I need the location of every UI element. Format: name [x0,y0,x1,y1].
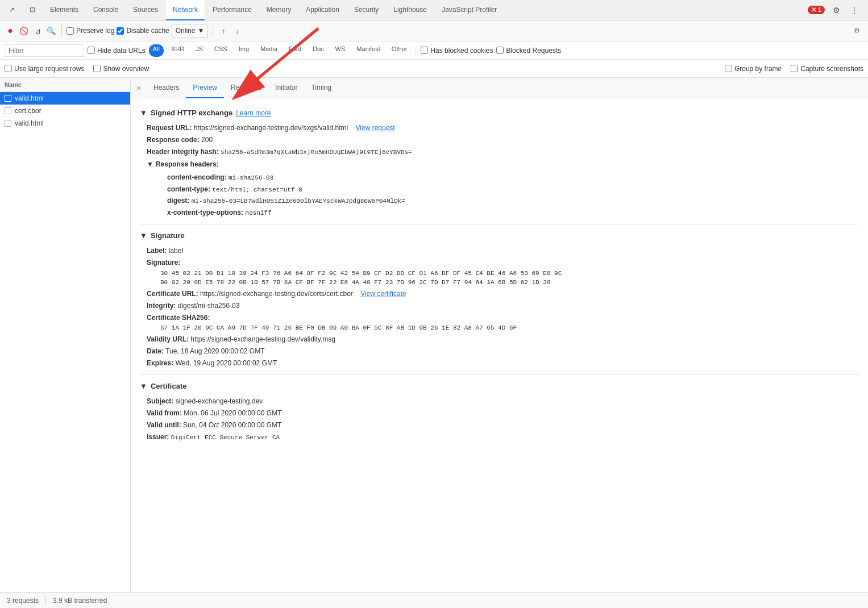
tab-network[interactable]: Network [166,0,205,20]
filter-btn-font[interactable]: Font [285,44,305,57]
file-checkbox-3[interactable] [5,120,11,127]
disable-cache-checkbox[interactable]: Disable cache [117,27,169,35]
section-divider-1 [140,224,859,224]
subtab-headers[interactable]: Headers [147,78,186,98]
file-checkbox-1[interactable] [5,95,11,102]
error-badge: ✕ 1 [808,6,825,14]
options-left: Use large request rows Show overview [5,65,149,73]
options-right: Group by frame Capture screenshots [725,65,863,73]
section-divider-2 [140,374,859,375]
cert-issuer-row: Issuer: DigiCert ECC Secure Server CA [140,432,859,443]
tab-security[interactable]: Security [347,0,385,20]
record-button[interactable]: ● [5,25,16,36]
tab-console[interactable]: Console [86,0,125,20]
filter-btn-media[interactable]: Media [256,44,281,57]
file-item-valid-html-2[interactable]: valid.html [0,117,130,130]
blocked-requests-checkbox[interactable]: Blocked Requests [496,47,561,55]
filter-btn-img[interactable]: Img [235,44,253,57]
network-settings-button[interactable]: ⚙ [850,24,863,38]
file-item-cert-cbor[interactable]: cert.cbor [0,105,130,117]
certificate-title: ▼ Certificate [140,381,859,393]
response-code-row: Response code: 200 [140,135,859,145]
sig-date-row: Date: Tue, 18 Aug 2020 00:00:02 GMT [140,346,859,357]
preserve-log-checkbox[interactable]: Preserve log [67,27,114,35]
tab-performance[interactable]: Performance [206,0,259,20]
transferred-size: 3.9 kB transferred [53,597,107,605]
tab-sources[interactable]: Sources [126,0,165,20]
status-separator [45,596,46,605]
filter-btn-css[interactable]: CSS [210,44,231,57]
upload-icon[interactable]: ↑ [218,25,229,36]
sig-hex-2: B0 02 20 0D E5 78 22 0B 10 57 7B 8A CF B… [147,278,859,288]
subtab-timing[interactable]: Timing [304,78,338,98]
hide-data-urls-checkbox[interactable]: Hide data URLs [88,47,146,55]
response-headers-list: content-encoding: mi-sha256-03 content-t… [153,172,859,218]
group-by-frame-checkbox[interactable]: Group by frame [725,65,782,73]
sig-integrity-row: Integrity: digest/mi-sha256-03 [140,301,859,311]
file-list: Name valid.html cert.cbor valid.html [0,78,131,592]
tab-dock-icon[interactable]: ⊡ [23,0,42,20]
sig-signature-row: Signature: 30 45 02 21 00 D1 10 39 24 F3… [140,257,859,287]
network-throttle-select[interactable]: Online ▼ [172,24,209,38]
download-icon[interactable]: ↓ [231,25,243,36]
certificate-section: ▼ Certificate Subject: signed-exchange-t… [140,381,859,443]
search-button[interactable]: 🔍 [45,25,57,36]
tab-lighthouse[interactable]: Lighthouse [387,0,434,20]
main-area: Name valid.html cert.cbor valid.html × H… [0,78,868,592]
filter-btn-doc[interactable]: Doc [309,44,328,57]
sig-expires-row: Expires: Wed, 19 Aug 2020 00:00:02 GMT [140,358,859,369]
large-rows-checkbox[interactable]: Use large request rows [5,65,84,73]
filter-btn-all[interactable]: All [149,44,164,57]
subtab-initiator[interactable]: Initiator [268,78,304,98]
clear-button[interactable]: 🚫 [18,25,30,36]
file-list-header: Name [0,78,130,92]
view-certificate-link[interactable]: View certificate [360,290,406,298]
toolbar-separator-2 [213,25,213,36]
request-count: 3 requests [7,597,39,605]
file-item-valid-html-selected[interactable]: valid.html [0,92,130,105]
overflow-button[interactable]: ⋮ [848,3,861,17]
toolbar: ● 🚫 ⊿ 🔍 Preserve log Disable cache Onlin… [0,20,868,41]
filter-btn-xhr[interactable]: XHR [167,44,188,57]
capture-screenshots-checkbox[interactable]: Capture screenshots [791,65,863,73]
detail-panel: × Headers Preview Response Initiator Tim… [131,78,868,592]
learn-more-link[interactable]: Learn more [236,108,271,119]
subtab-response[interactable]: Response [224,78,268,98]
request-url-row: Request URL: https://signed-exchange-tes… [140,123,859,134]
status-bar: 3 requests 3.9 kB transferred [0,592,868,608]
sig-hex-1: 30 45 02 21 00 D1 10 39 24 F3 76 A6 64 8… [147,269,859,278]
signed-http-exchange-title: ▼ Signed HTTP exchange Learn more [140,107,859,119]
show-overview-checkbox[interactable]: Show overview [93,65,149,73]
filter-btn-manifest[interactable]: Manifest [352,44,384,57]
header-x-content-type-options: x-content-type-options: nosniff [153,207,859,219]
signed-http-exchange-section: ▼ Signed HTTP exchange Learn more Reques… [140,107,859,218]
header-integrity-row: Header integrity hash: sha256-aSdRm3m7qX… [140,147,859,158]
subtab-preview[interactable]: Preview [186,78,224,98]
signature-section: ▼ Signature Label: label Signature: 30 4… [140,230,859,369]
settings-button[interactable]: ⚙ [829,3,843,17]
close-detail-button[interactable]: × [133,82,144,94]
tab-bar-right: ✕ 1 ⚙ ⋮ [808,3,866,17]
filter-btn-other[interactable]: Other [388,44,412,57]
response-headers-title: ▼ Response headers: [147,159,859,170]
tab-bar: ↗ ⊡ Elements Console Sources Network Per… [0,0,868,20]
tab-memory[interactable]: Memory [260,0,298,20]
signature-title: ▼ Signature [140,230,859,242]
filter-input[interactable] [5,44,84,57]
sig-cert-sha256-value: 57 1A 1F 20 9C CA A9 7D 7F 49 71 26 BE F… [147,323,859,333]
cert-valid-from-row: Valid from: Mon, 06 Jul 2020 00:00:00 GM… [140,408,859,419]
sig-cert-sha256-row: Certificate SHA256: 57 1A 1F 20 9C CA A9… [140,313,859,333]
filter-toggle[interactable]: ⊿ [32,25,43,36]
tab-undock-icon[interactable]: ↗ [2,0,22,20]
view-request-link[interactable]: View request [356,124,395,132]
tab-application[interactable]: Application [299,0,346,20]
tab-javascript-profiler[interactable]: JavaScript Profiler [435,0,504,20]
tab-elements[interactable]: Elements [43,0,85,20]
file-checkbox-2[interactable] [5,107,11,114]
filter-btn-ws[interactable]: WS [331,44,350,57]
filter-btn-js[interactable]: JS [192,44,207,57]
header-digest: digest: mi-sha256-03=LB7wdlH051Z1Ze600lb… [153,195,859,207]
has-blocked-cookies-checkbox[interactable]: Has blocked cookies [421,47,493,55]
cert-valid-until-row: Valid until: Sun, 04 Oct 2020 00:00:00 G… [140,420,859,431]
filter-bar: Hide data URLs All XHR JS CSS Img Media … [0,41,868,60]
